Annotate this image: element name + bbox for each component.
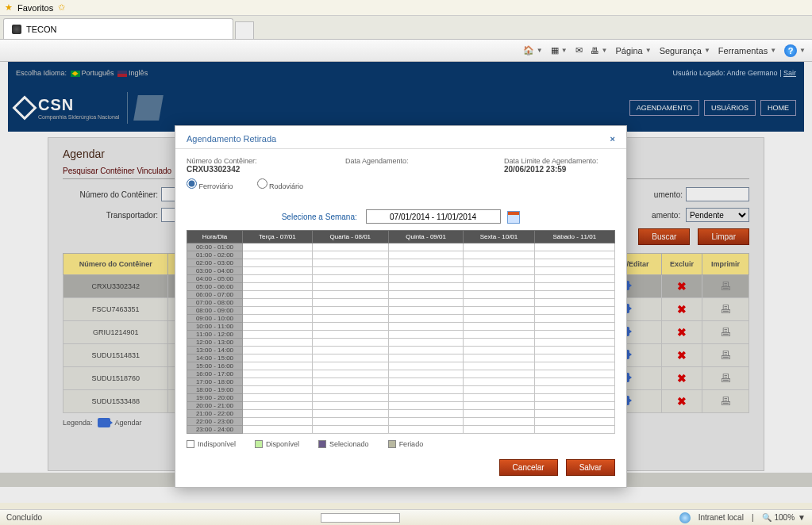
slot-cell[interactable] bbox=[388, 362, 464, 370]
slot-cell[interactable] bbox=[534, 378, 614, 386]
slot-cell[interactable] bbox=[464, 283, 534, 291]
slot-cell[interactable] bbox=[464, 418, 534, 426]
slot-cell[interactable] bbox=[388, 410, 464, 418]
slot-cell[interactable] bbox=[243, 354, 313, 362]
slot-cell[interactable] bbox=[243, 339, 313, 347]
slot-cell[interactable] bbox=[534, 362, 614, 370]
slot-cell[interactable] bbox=[464, 331, 534, 339]
week-input[interactable] bbox=[366, 209, 501, 224]
slot-cell[interactable] bbox=[312, 386, 388, 394]
slot-cell[interactable] bbox=[534, 299, 614, 307]
slot-cell[interactable] bbox=[312, 339, 388, 347]
slot-cell[interactable] bbox=[464, 386, 534, 394]
slot-cell[interactable] bbox=[312, 275, 388, 283]
slot-cell[interactable] bbox=[534, 315, 614, 323]
menu-pagina[interactable]: Página ▼ bbox=[615, 46, 651, 56]
slot-cell[interactable] bbox=[464, 362, 534, 370]
slot-cell[interactable] bbox=[534, 275, 614, 283]
slot-cell[interactable] bbox=[312, 402, 388, 410]
slot-cell[interactable] bbox=[534, 243, 614, 251]
cancelar-button[interactable]: Cancelar bbox=[499, 459, 558, 476]
salvar-button[interactable]: Salvar bbox=[566, 459, 615, 476]
slot-cell[interactable] bbox=[312, 307, 388, 315]
slot-cell[interactable] bbox=[312, 323, 388, 331]
slot-cell[interactable] bbox=[388, 370, 464, 378]
slot-cell[interactable] bbox=[243, 323, 313, 331]
slot-cell[interactable] bbox=[388, 339, 464, 347]
slot-cell[interactable] bbox=[534, 259, 614, 267]
slot-cell[interactable] bbox=[312, 394, 388, 402]
slot-cell[interactable] bbox=[388, 251, 464, 259]
slot-cell[interactable] bbox=[388, 426, 464, 434]
slot-cell[interactable] bbox=[534, 370, 614, 378]
slot-cell[interactable] bbox=[534, 354, 614, 362]
slot-cell[interactable] bbox=[534, 402, 614, 410]
slot-cell[interactable] bbox=[464, 378, 534, 386]
slot-cell[interactable] bbox=[464, 299, 534, 307]
help-icon[interactable]: ? ▼ bbox=[784, 44, 806, 57]
slot-cell[interactable] bbox=[243, 362, 313, 370]
slot-cell[interactable] bbox=[464, 339, 534, 347]
slot-cell[interactable] bbox=[243, 251, 313, 259]
slot-cell[interactable] bbox=[464, 347, 534, 354]
slot-cell[interactable] bbox=[464, 251, 534, 259]
slot-cell[interactable] bbox=[388, 243, 464, 251]
slot-cell[interactable] bbox=[388, 394, 464, 402]
slot-cell[interactable] bbox=[388, 386, 464, 394]
slot-cell[interactable] bbox=[534, 394, 614, 402]
slot-cell[interactable] bbox=[312, 370, 388, 378]
slot-cell[interactable] bbox=[534, 418, 614, 426]
slot-cell[interactable] bbox=[312, 418, 388, 426]
slot-cell[interactable] bbox=[312, 283, 388, 291]
slot-cell[interactable] bbox=[534, 386, 614, 394]
calendar-icon[interactable] bbox=[507, 211, 520, 224]
slot-cell[interactable] bbox=[464, 394, 534, 402]
mail-icon[interactable]: ✉ bbox=[575, 45, 583, 56]
slot-cell[interactable] bbox=[534, 291, 614, 299]
slot-cell[interactable] bbox=[312, 291, 388, 299]
slot-cell[interactable] bbox=[243, 347, 313, 354]
slot-cell[interactable] bbox=[464, 259, 534, 267]
slot-cell[interactable] bbox=[243, 402, 313, 410]
slot-cell[interactable] bbox=[388, 354, 464, 362]
slot-cell[interactable] bbox=[243, 426, 313, 434]
slot-cell[interactable] bbox=[388, 378, 464, 386]
slot-cell[interactable] bbox=[312, 354, 388, 362]
menu-ferramentas[interactable]: Ferramentas ▼ bbox=[718, 46, 776, 56]
slot-cell[interactable] bbox=[534, 347, 614, 354]
slot-cell[interactable] bbox=[388, 402, 464, 410]
slot-cell[interactable] bbox=[388, 323, 464, 331]
slot-cell[interactable] bbox=[243, 410, 313, 418]
slot-cell[interactable] bbox=[388, 259, 464, 267]
slot-cell[interactable] bbox=[464, 267, 534, 275]
slot-cell[interactable] bbox=[388, 275, 464, 283]
slot-cell[interactable] bbox=[534, 283, 614, 291]
slot-cell[interactable] bbox=[243, 283, 313, 291]
print-icon[interactable]: 🖶 ▼ bbox=[591, 46, 608, 56]
slot-cell[interactable] bbox=[534, 331, 614, 339]
slot-cell[interactable] bbox=[243, 378, 313, 386]
radio-rodoviario[interactable]: Rodoviário bbox=[257, 178, 304, 190]
slot-cell[interactable] bbox=[243, 307, 313, 315]
slot-cell[interactable] bbox=[464, 323, 534, 331]
favorites-label[interactable]: Favoritos bbox=[17, 3, 53, 13]
slot-cell[interactable] bbox=[464, 275, 534, 283]
slot-cell[interactable] bbox=[388, 267, 464, 275]
slot-cell[interactable] bbox=[312, 410, 388, 418]
slot-cell[interactable] bbox=[312, 259, 388, 267]
slot-cell[interactable] bbox=[243, 418, 313, 426]
slot-cell[interactable] bbox=[312, 426, 388, 434]
slot-cell[interactable] bbox=[243, 331, 313, 339]
slot-cell[interactable] bbox=[534, 307, 614, 315]
slot-cell[interactable] bbox=[312, 243, 388, 251]
slot-cell[interactable] bbox=[534, 267, 614, 275]
slot-cell[interactable] bbox=[312, 331, 388, 339]
slot-cell[interactable] bbox=[243, 243, 313, 251]
menu-seguranca[interactable]: Segurança ▼ bbox=[660, 46, 710, 56]
slot-cell[interactable] bbox=[464, 354, 534, 362]
slot-cell[interactable] bbox=[388, 315, 464, 323]
slot-cell[interactable] bbox=[464, 370, 534, 378]
slot-cell[interactable] bbox=[464, 402, 534, 410]
slot-cell[interactable] bbox=[312, 347, 388, 354]
radio-ferroviario[interactable]: Ferroviário bbox=[187, 178, 233, 190]
